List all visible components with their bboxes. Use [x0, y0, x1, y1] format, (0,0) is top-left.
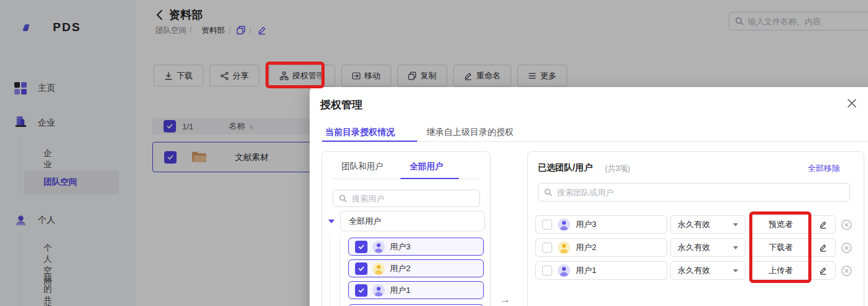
user-item-selected[interactable]: 用户3 [348, 238, 484, 256]
remove-user-button[interactable] [841, 220, 852, 230]
active-tab-underline [322, 141, 417, 142]
tree-node-label: 全部用户 [349, 216, 381, 227]
role-value[interactable]: 上传者 [751, 262, 811, 279]
role-value[interactable]: 下载者 [751, 239, 811, 256]
tab-current-dir-auth[interactable]: 当前目录授权情况 [325, 127, 395, 138]
validity-value: 永久有效 [678, 242, 710, 253]
user-name: 用户3 [576, 219, 596, 230]
tab-inherited-auth[interactable]: 继承自上级目录的授权 [427, 127, 514, 138]
close-icon[interactable] [844, 96, 859, 111]
user-avatar-icon [558, 241, 570, 254]
row-checkbox[interactable] [542, 220, 552, 230]
validity-dropdown[interactable]: 永久有效 [670, 215, 746, 234]
row-checkbox[interactable] [542, 243, 552, 253]
role-control: 上传者 [750, 261, 836, 280]
tree-expand-caret[interactable] [328, 220, 335, 223]
tab-teams-and-users[interactable]: 团队和用户 [341, 161, 384, 172]
validity-value: 永久有效 [678, 219, 710, 230]
tree-root-all-users[interactable]: 全部用户 [340, 211, 485, 231]
user-picker-panel: 团队和用户 全部用户 全部用户 用户3 [321, 151, 491, 306]
search-icon [544, 188, 552, 197]
user-avatar-icon [558, 218, 570, 231]
selected-users-title: 已选团队/用户 [538, 162, 593, 174]
edit-role-button[interactable] [811, 262, 835, 279]
user-search-input[interactable] [333, 190, 479, 206]
tab-all-users[interactable]: 全部用户 [410, 161, 443, 172]
selected-user-row[interactable]: 用户2 [535, 238, 667, 257]
user-name: 用户1 [390, 285, 410, 296]
user-name: 用户1 [576, 265, 596, 276]
user-item-selected[interactable]: 用户2 [348, 259, 484, 277]
remove-user-button[interactable] [841, 266, 852, 276]
user-avatar-icon [558, 264, 570, 277]
auth-manage-modal: 授权管理 当前目录授权情况 继承自上级目录的授权 团队和用户 全部用户 全部用户 [310, 87, 868, 306]
chevron-down-icon [733, 246, 738, 249]
pencil-icon [819, 220, 828, 229]
pencil-icon [819, 243, 828, 252]
user-name: 用户3 [390, 241, 410, 253]
user-name: 用户2 [576, 242, 596, 253]
selected-search[interactable] [538, 183, 850, 202]
active-tab-underline [400, 178, 459, 179]
user-item-selected[interactable]: 用户1 [348, 281, 484, 299]
remove-all-link[interactable]: 全部移除 [808, 163, 840, 174]
role-value[interactable]: 预览者 [751, 216, 811, 233]
row-checkbox[interactable] [542, 266, 552, 276]
search-icon [339, 195, 347, 203]
validity-value: 永久有效 [678, 265, 710, 276]
edit-role-button[interactable] [811, 239, 835, 256]
user-checkbox-checked[interactable] [355, 241, 367, 253]
user-checkbox-checked[interactable] [355, 284, 367, 297]
validity-dropdown[interactable]: 永久有效 [670, 261, 746, 280]
user-checkbox-checked[interactable] [355, 262, 367, 275]
selected-user-row[interactable]: 用户1 [535, 261, 667, 280]
selected-user-row[interactable]: 用户3 [535, 215, 667, 234]
chevron-down-icon [733, 223, 738, 226]
selected-count: (共3项) [605, 164, 630, 174]
edit-role-button[interactable] [811, 216, 835, 233]
role-control: 下载者 [750, 238, 836, 257]
role-control: 预览者 [750, 215, 836, 234]
validity-dropdown[interactable]: 永久有效 [670, 238, 746, 257]
user-name: 用户2 [390, 263, 410, 274]
selected-search-input[interactable] [538, 183, 849, 201]
remove-user-button[interactable] [841, 243, 852, 253]
user-avatar-icon [372, 284, 385, 297]
pencil-icon [819, 266, 828, 275]
chevron-down-icon [733, 269, 738, 272]
user-search[interactable] [333, 190, 480, 207]
transfer-arrow-icon: → [500, 294, 510, 306]
tree-guide-line [339, 233, 340, 306]
user-avatar-icon [372, 241, 385, 253]
user-avatar-icon [372, 262, 385, 275]
modal-title: 授权管理 [320, 98, 362, 112]
selected-users-panel: 已选团队/用户 (共3项) 全部移除 用户3 永久有效 预览者 [527, 151, 864, 306]
tree-guide-line [330, 233, 330, 306]
